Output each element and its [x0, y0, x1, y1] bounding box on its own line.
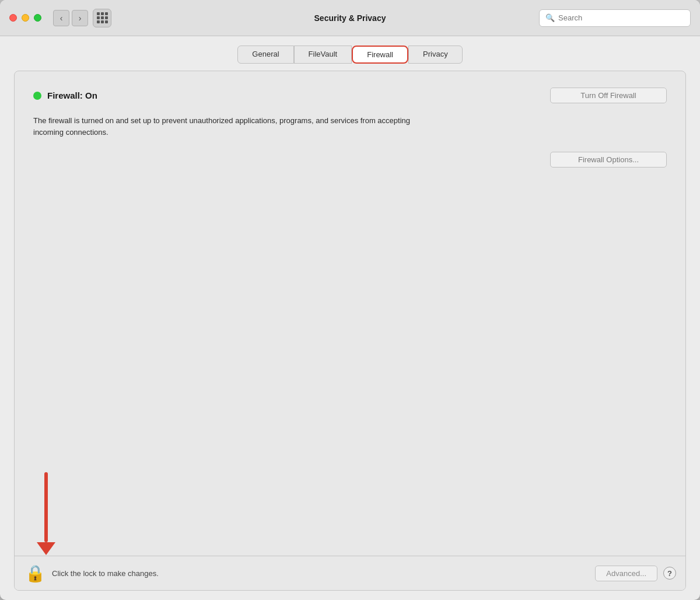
minimize-button[interactable] [22, 14, 29, 22]
lock-button[interactable]: 🔒 [24, 562, 46, 584]
content-panel: Firewall: On Turn Off Firewall The firew… [14, 71, 686, 591]
grid-view-button[interactable] [93, 9, 111, 27]
search-input[interactable] [558, 13, 684, 22]
back-button[interactable]: ‹ [53, 10, 69, 26]
firewall-options-button[interactable]: Firewall Options... [550, 152, 667, 168]
firewall-status-dot [33, 92, 41, 100]
tab-filevault[interactable]: FileVault [294, 46, 352, 64]
firewall-status-row: Firewall: On Turn Off Firewall [33, 88, 667, 103]
tab-general[interactable]: General [237, 46, 293, 64]
bottom-bar: 🔒 Click the lock to make changes. Advanc… [15, 556, 685, 590]
system-preferences-window: ‹ › Security & Privacy 🔍 General FileVau… [0, 0, 700, 600]
close-button[interactable] [9, 14, 17, 22]
turn-off-firewall-button[interactable]: Turn Off Firewall [550, 88, 667, 103]
lock-label: Click the lock to make changes. [52, 569, 595, 578]
tab-privacy[interactable]: Privacy [408, 46, 463, 64]
titlebar: ‹ › Security & Privacy 🔍 [0, 0, 700, 36]
maximize-button[interactable] [34, 14, 41, 22]
firewall-status-label: Firewall: On [47, 90, 550, 100]
firewall-options-row: Firewall Options... [33, 152, 667, 168]
window-title: Security & Privacy [314, 13, 386, 23]
help-button[interactable]: ? [663, 567, 676, 580]
grid-dots-icon [97, 12, 108, 23]
traffic-lights [9, 14, 41, 22]
forward-button[interactable]: › [72, 10, 88, 26]
search-bar[interactable]: 🔍 [539, 9, 691, 27]
arrow-annotation [37, 472, 55, 555]
lock-icon: 🔒 [25, 564, 46, 583]
panel-body: Firewall: On Turn Off Firewall The firew… [15, 71, 685, 556]
firewall-description: The firewall is turned on and set up to … [33, 115, 442, 138]
search-icon: 🔍 [545, 13, 555, 22]
tab-firewall[interactable]: Firewall [352, 46, 408, 64]
tab-bar: General FileVault Firewall Privacy [0, 36, 700, 64]
arrow-head [37, 542, 55, 555]
nav-buttons: ‹ › [53, 10, 88, 26]
advanced-button[interactable]: Advanced... [595, 566, 657, 581]
arrow-shaft [44, 472, 48, 542]
